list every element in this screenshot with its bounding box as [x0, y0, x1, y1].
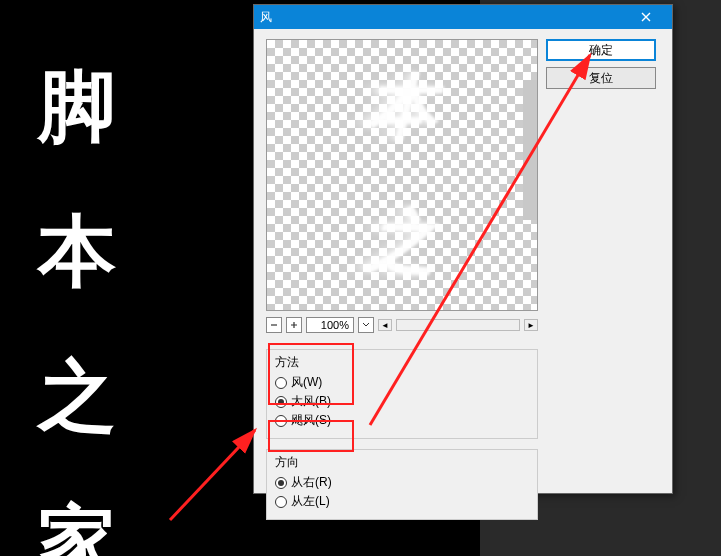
chevron-down-icon [362, 322, 370, 328]
background-characters: 脚 本 之 家 [38, 55, 116, 556]
direction-fieldset: 方向 从右(R) 从左(L) [266, 449, 538, 520]
bg-char-1: 脚 [38, 55, 116, 160]
method-fieldset: 方法 风(W) 大风(B) 飓风(S) [266, 349, 538, 439]
svg-line-1 [170, 430, 255, 520]
scroll-left-button[interactable]: ◄ [378, 319, 392, 331]
minus-icon [270, 321, 278, 329]
preview-canvas[interactable]: 本 之 [266, 39, 538, 311]
radio-icon [275, 415, 287, 427]
direction-label-left: 从左(L) [291, 493, 330, 510]
dialog-body: 本 之 100% ◄ [254, 29, 672, 538]
method-option-wind[interactable]: 风(W) [275, 373, 529, 392]
preview-content: 本 之 [267, 40, 537, 310]
options-area: 方法 风(W) 大风(B) 飓风(S) 方向 [266, 349, 538, 520]
preview-char-1: 本 [367, 61, 437, 155]
bg-char-3: 之 [38, 345, 116, 450]
radio-icon [275, 377, 287, 389]
preview-scrollbar-vertical[interactable] [523, 80, 537, 220]
scroll-right-button[interactable]: ► [524, 319, 538, 331]
method-label-stagger: 飓风(S) [291, 412, 331, 429]
dialog-titlebar[interactable]: 风 [254, 5, 672, 29]
dialog-title: 风 [260, 9, 626, 26]
method-option-blast[interactable]: 大风(B) [275, 392, 529, 411]
method-label-wind: 风(W) [291, 374, 322, 391]
method-option-stagger[interactable]: 飓风(S) [275, 411, 529, 430]
horizontal-scroll-track[interactable] [396, 319, 520, 331]
preview-area: 本 之 100% ◄ [266, 39, 538, 333]
zoom-in-button[interactable] [286, 317, 302, 333]
left-col: 本 之 100% ◄ [266, 39, 538, 530]
direction-option-right[interactable]: 从右(R) [275, 473, 529, 492]
radio-icon [275, 496, 287, 508]
direction-legend: 方向 [275, 454, 529, 471]
bg-char-2: 本 [38, 200, 116, 305]
zoom-dropdown[interactable] [358, 317, 374, 333]
button-column: 确定 复位 [546, 39, 656, 530]
ok-button[interactable]: 确定 [546, 39, 656, 61]
method-label-blast: 大风(B) [291, 393, 331, 410]
zoom-out-button[interactable] [266, 317, 282, 333]
zoom-controls: 100% ◄ ► [266, 317, 538, 333]
wind-filter-dialog: 风 本 之 [253, 4, 673, 494]
reset-button[interactable]: 复位 [546, 67, 656, 89]
close-icon [641, 12, 651, 22]
radio-icon [275, 477, 287, 489]
direction-label-right: 从右(R) [291, 474, 332, 491]
direction-option-left[interactable]: 从左(L) [275, 492, 529, 511]
zoom-level-field[interactable]: 100% [306, 317, 354, 333]
radio-icon [275, 396, 287, 408]
close-button[interactable] [626, 5, 666, 29]
preview-char-2: 之 [367, 195, 437, 289]
method-legend: 方法 [275, 354, 529, 371]
plus-icon [290, 321, 298, 329]
bg-char-4: 家 [38, 490, 116, 556]
